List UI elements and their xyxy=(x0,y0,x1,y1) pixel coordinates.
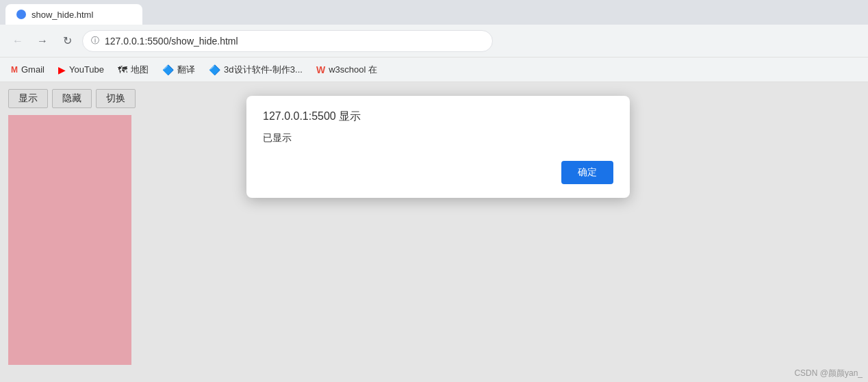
footer-text: CSDN @颜颜yan_ xyxy=(794,368,863,378)
nav-bar: ← → ↻ ⓘ 127.0.0.1:5500/show_hide.html xyxy=(0,25,868,58)
browser-chrome: show_hide.html ← → ↻ ⓘ 127.0.0.1:5500/sh… xyxy=(0,0,868,382)
bookmark-maps-label: 地图 xyxy=(131,64,149,76)
bookmark-translate[interactable]: 🔷 翻译 xyxy=(157,61,201,79)
dialog-footer: 确定 xyxy=(263,161,613,184)
address-text: 127.0.0.1:5500/show_hide.html xyxy=(105,36,238,47)
bookmark-3d-label: 3d设计软件-制作3... xyxy=(224,64,303,76)
bookmark-translate-label: 翻译 xyxy=(177,64,195,76)
alert-dialog: 127.0.0.1:5500 显示 已显示 确定 xyxy=(246,96,630,198)
reload-button[interactable]: ↻ xyxy=(58,31,77,51)
tab-favicon xyxy=(16,10,26,19)
page-content: 显示 隐藏 切换 127.0.0.1:5500 显示 已显示 确定 CSDN @… xyxy=(0,82,868,382)
bookmark-maps[interactable]: 🗺 地图 xyxy=(112,61,154,79)
forward-button[interactable]: → xyxy=(33,31,52,51)
bookmark-bar: M Gmail ▶ YouTube 🗺 地图 🔷 翻译 🔷 3d设计软件-制作3… xyxy=(0,58,868,82)
bookmark-youtube[interactable]: ▶ YouTube xyxy=(53,62,110,78)
dialog-message: 已显示 xyxy=(263,132,613,144)
w3school-icon: W xyxy=(316,64,325,75)
bookmark-youtube-label: YouTube xyxy=(69,64,104,75)
lock-icon: ⓘ xyxy=(91,35,99,47)
tab-title: show_hide.html xyxy=(31,10,93,20)
tab-bar: show_hide.html xyxy=(0,0,868,25)
maps-icon: 🗺 xyxy=(118,64,127,75)
dialog-title: 127.0.0.1:5500 显示 xyxy=(263,110,613,124)
translate-icon: 🔷 xyxy=(162,64,174,75)
bookmark-w3school[interactable]: W w3school 在 xyxy=(311,61,383,79)
active-tab[interactable]: show_hide.html xyxy=(5,4,142,25)
bookmark-3d[interactable]: 🔷 3d设计软件-制作3... xyxy=(203,61,308,79)
address-bar[interactable]: ⓘ 127.0.0.1:5500/show_hide.html xyxy=(82,30,493,52)
gmail-icon: M xyxy=(11,65,18,75)
dialog-overlay: 127.0.0.1:5500 显示 已显示 确定 xyxy=(0,82,868,382)
3d-icon: 🔷 xyxy=(209,64,220,75)
youtube-icon: ▶ xyxy=(58,64,66,75)
bookmark-w3school-label: w3school 在 xyxy=(329,64,377,76)
bookmark-gmail[interactable]: M Gmail xyxy=(5,62,50,77)
dialog-ok-button[interactable]: 确定 xyxy=(561,161,613,184)
bookmark-gmail-label: Gmail xyxy=(21,64,44,75)
page-footer: CSDN @颜颜yan_ xyxy=(794,368,863,379)
back-button[interactable]: ← xyxy=(8,31,27,51)
